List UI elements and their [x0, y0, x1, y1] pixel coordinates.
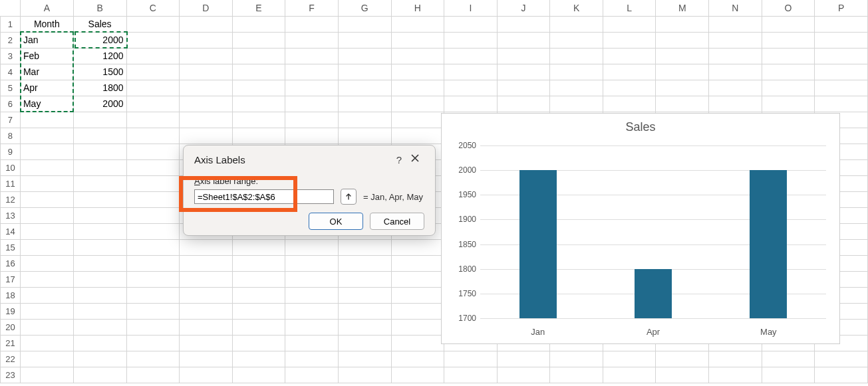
column-header[interactable]: H	[391, 0, 444, 16]
cell[interactable]	[20, 319, 73, 335]
cell[interactable]	[180, 319, 233, 335]
column-header[interactable]: D	[180, 0, 233, 16]
cell[interactable]	[232, 367, 285, 383]
row-header[interactable]: 19	[1, 303, 21, 319]
cell[interactable]	[285, 255, 339, 271]
row-header[interactable]: 9	[1, 144, 21, 159]
cell[interactable]	[709, 367, 762, 383]
cell[interactable]	[20, 367, 73, 383]
cell[interactable]	[391, 351, 444, 367]
cell[interactable]	[815, 80, 868, 96]
cell[interactable]	[20, 239, 73, 255]
cell[interactable]	[656, 16, 709, 32]
cell[interactable]: 1500	[73, 64, 126, 80]
column-header[interactable]: A	[20, 0, 73, 16]
cell[interactable]	[709, 48, 762, 64]
cell[interactable]	[338, 303, 391, 319]
cell[interactable]	[285, 80, 339, 96]
cell[interactable]	[73, 223, 126, 239]
cell[interactable]	[285, 239, 339, 255]
cell[interactable]	[656, 367, 709, 383]
cell[interactable]	[391, 239, 444, 255]
cell[interactable]	[232, 319, 285, 335]
cell[interactable]	[73, 335, 126, 351]
cell[interactable]	[126, 255, 180, 271]
cell[interactable]	[391, 32, 444, 48]
cell[interactable]	[815, 367, 868, 383]
row-header[interactable]: 12	[1, 191, 21, 207]
cell[interactable]	[20, 255, 73, 271]
cell[interactable]	[497, 96, 550, 112]
cell[interactable]	[285, 319, 339, 335]
cell[interactable]	[338, 255, 391, 271]
cell[interactable]	[180, 112, 233, 128]
cell[interactable]	[444, 64, 498, 80]
cell[interactable]	[656, 96, 709, 112]
cell[interactable]	[73, 351, 126, 367]
cell[interactable]	[338, 32, 391, 48]
cell[interactable]	[126, 159, 180, 175]
cell[interactable]	[762, 32, 815, 48]
row-header[interactable]: 13	[1, 207, 21, 223]
cell[interactable]	[815, 351, 868, 367]
column-header[interactable]: F	[285, 0, 339, 16]
cell[interactable]	[815, 96, 868, 112]
row-header[interactable]: 22	[1, 351, 21, 367]
cell[interactable]	[73, 207, 126, 223]
cell[interactable]	[285, 335, 339, 351]
column-header[interactable]: K	[550, 0, 603, 16]
column-header[interactable]: N	[709, 0, 762, 16]
cell[interactable]	[126, 223, 180, 239]
cell[interactable]	[232, 271, 285, 287]
cell[interactable]	[444, 32, 498, 48]
cell[interactable]	[73, 144, 126, 159]
cell[interactable]	[285, 367, 339, 383]
cell[interactable]	[126, 351, 180, 367]
cell[interactable]	[126, 191, 180, 207]
cell[interactable]	[603, 48, 656, 64]
cell[interactable]	[391, 112, 444, 128]
column-header[interactable]: B	[73, 0, 126, 16]
cell[interactable]	[126, 64, 180, 80]
cell[interactable]	[126, 287, 180, 303]
cell[interactable]	[550, 80, 603, 96]
row-header[interactable]: 16	[1, 255, 21, 271]
cell[interactable]: Month	[20, 16, 73, 32]
cell[interactable]	[126, 96, 180, 112]
cell[interactable]	[232, 48, 285, 64]
sales-chart[interactable]: Sales 17001750180018501900195020002050Ja…	[441, 113, 840, 344]
cell[interactable]: 2000	[73, 32, 126, 48]
cell[interactable]	[73, 319, 126, 335]
row-header[interactable]: 10	[1, 159, 21, 175]
cell[interactable]: 2000	[73, 96, 126, 112]
cell[interactable]	[656, 80, 709, 96]
cell[interactable]	[391, 335, 444, 351]
cell[interactable]	[180, 255, 233, 271]
cell[interactable]	[338, 112, 391, 128]
cell[interactable]	[20, 144, 73, 159]
row-header[interactable]: 18	[1, 287, 21, 303]
cell[interactable]	[497, 32, 550, 48]
cell[interactable]	[232, 303, 285, 319]
cell[interactable]	[73, 191, 126, 207]
cell[interactable]	[603, 367, 656, 383]
cell[interactable]	[232, 96, 285, 112]
cell[interactable]	[285, 112, 339, 128]
cell[interactable]	[232, 128, 285, 144]
cell[interactable]	[73, 287, 126, 303]
cell[interactable]	[603, 351, 656, 367]
cell[interactable]	[391, 319, 444, 335]
cell[interactable]	[20, 223, 73, 239]
cell[interactable]	[232, 239, 285, 255]
cell[interactable]	[126, 303, 180, 319]
cell[interactable]	[444, 16, 498, 32]
cell[interactable]	[762, 80, 815, 96]
cell[interactable]	[338, 367, 391, 383]
cell[interactable]: Apr	[20, 80, 73, 96]
chart-bar[interactable]	[635, 269, 672, 318]
cell[interactable]	[338, 239, 391, 255]
column-header[interactable]: L	[603, 0, 656, 16]
cell[interactable]	[709, 96, 762, 112]
cell[interactable]	[285, 287, 339, 303]
cell[interactable]	[20, 287, 73, 303]
